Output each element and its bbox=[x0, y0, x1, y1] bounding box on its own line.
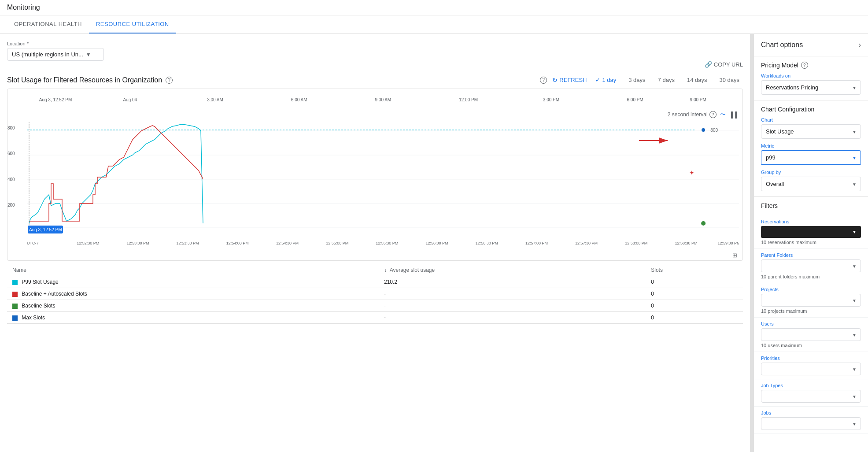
time-7days-button[interactable]: 7 days bbox=[654, 75, 678, 85]
jobs-select-wrapper bbox=[761, 417, 861, 430]
users-hint: 10 users maximum bbox=[761, 343, 861, 348]
interval-info-icon[interactable]: ? bbox=[709, 111, 717, 118]
location-section: Location * US (multiple regions in Un...… bbox=[7, 41, 104, 61]
jobs-filter: Jobs bbox=[754, 407, 868, 434]
time-30days-button[interactable]: 30 days bbox=[716, 75, 743, 85]
y-label-400: 400 bbox=[7, 177, 15, 182]
projects-filter: Projects 10 projects maximum bbox=[754, 283, 868, 318]
chart-controls-info-icon[interactable]: ? bbox=[540, 77, 547, 84]
refresh-button[interactable]: ↻ REFRESH bbox=[552, 77, 587, 84]
chart-top-controls: 2 second interval ? 〜 ▐▐ bbox=[7, 107, 742, 122]
svg-text:9:00 PM: 9:00 PM bbox=[690, 97, 706, 102]
col-slots: Slots bbox=[646, 264, 743, 276]
legend-color bbox=[12, 315, 18, 321]
legend-slots-cell: 0 bbox=[646, 300, 743, 312]
legend-slots-cell: 0 bbox=[646, 312, 743, 324]
users-select[interactable] bbox=[761, 328, 861, 341]
time-1day-button[interactable]: ✓ 1 day bbox=[592, 75, 620, 85]
priorities-filter: Priorities bbox=[754, 352, 868, 379]
left-content: Location * US (multiple regions in Un...… bbox=[0, 34, 750, 452]
priorities-label: Priorities bbox=[761, 356, 861, 361]
jobs-select[interactable] bbox=[761, 417, 861, 430]
location-chevron-icon: ▼ bbox=[86, 52, 91, 58]
chart-expand-area: ⊞ bbox=[7, 250, 742, 260]
svg-text:800: 800 bbox=[710, 128, 718, 133]
metric-select-wrapper: p99 p50 average bbox=[761, 150, 861, 165]
reservations-filter: Reservations ▓▓▓▓▓▓▓▓▓ ▼ 10 reservations… bbox=[754, 215, 868, 249]
svg-text:12:56:30 PM: 12:56:30 PM bbox=[476, 241, 498, 245]
svg-text:12:54:00 PM: 12:54:00 PM bbox=[226, 241, 249, 245]
main-chart[interactable]: 800 ✦ Aug 3, 12:52 PM bbox=[27, 122, 739, 237]
chart-title-text: Slot Usage for Filtered Resources in Org… bbox=[7, 76, 162, 84]
y-label-800: 800 bbox=[7, 126, 15, 130]
legend-row: Baseline Slots - 0 bbox=[7, 300, 743, 312]
parent-folders-select[interactable] bbox=[761, 259, 861, 272]
group-by-select-wrapper: Overall Reservation Project bbox=[761, 177, 861, 191]
checkmark-icon: ✓ bbox=[595, 77, 600, 83]
jobs-label: Jobs bbox=[761, 410, 861, 415]
svg-text:UTC-7: UTC-7 bbox=[27, 241, 39, 245]
chart-select[interactable]: Slot Usage bbox=[761, 124, 861, 139]
svg-text:12:58:30 PM: 12:58:30 PM bbox=[675, 241, 697, 245]
sidebar-collapse-icon[interactable]: › bbox=[859, 41, 861, 49]
right-sidebar: Chart options › Pricing Model ? Workload… bbox=[753, 34, 868, 452]
line-chart-toggle[interactable]: 〜 bbox=[720, 111, 726, 119]
pricing-model-section: Pricing Model ? Workloads on Reservation… bbox=[754, 56, 868, 100]
legend-color bbox=[12, 304, 18, 309]
time-3days-button[interactable]: 3 days bbox=[625, 75, 649, 85]
legend-name-text: Max Slots bbox=[22, 315, 45, 321]
chart-title-info-icon[interactable]: ? bbox=[166, 77, 173, 84]
chart-title-area: Slot Usage for Filtered Resources in Org… bbox=[7, 76, 173, 84]
chart-select-wrapper: Slot Usage bbox=[761, 124, 861, 139]
main-layout: Location * US (multiple regions in Un...… bbox=[0, 34, 868, 452]
parent-folders-hint: 10 parent folders maximum bbox=[761, 274, 861, 279]
svg-text:12:59:00 PM: 12:59:00 PM bbox=[717, 241, 739, 245]
reservations-select[interactable]: ▓▓▓▓▓▓▓▓▓ ▼ bbox=[761, 226, 861, 238]
col-avg-slot-usage[interactable]: ↓ Average slot usage bbox=[379, 264, 646, 276]
group-by-select[interactable]: Overall Reservation Project bbox=[761, 177, 861, 191]
legend-row: Baseline + Autoscaled Slots - 0 bbox=[7, 288, 743, 300]
users-label: Users bbox=[761, 321, 861, 326]
time-14days-button[interactable]: 14 days bbox=[683, 75, 711, 85]
legend-name-text: Baseline + Autoscaled Slots bbox=[22, 291, 87, 297]
projects-hint: 10 projects maximum bbox=[761, 308, 861, 314]
tab-operational[interactable]: OPERATIONAL HEALTH bbox=[7, 15, 89, 33]
pricing-model-info-icon[interactable]: ? bbox=[801, 62, 808, 69]
top-bar: Monitoring bbox=[0, 0, 868, 15]
priorities-select[interactable] bbox=[761, 363, 861, 375]
chart-container: Aug 3, 12:52 PM Aug 04 3:00 AM 6:00 AM 9… bbox=[7, 89, 743, 261]
svg-point-18 bbox=[701, 221, 705, 226]
resize-divider[interactable] bbox=[750, 34, 753, 452]
copy-url-button[interactable]: 🔗 COPY URL bbox=[705, 61, 743, 68]
legend-avg-cell: - bbox=[379, 288, 646, 300]
projects-label: Projects bbox=[761, 287, 861, 292]
legend-slots-cell: 0 bbox=[646, 276, 743, 288]
svg-text:12:54:30 PM: 12:54:30 PM bbox=[276, 241, 299, 245]
sidebar-header: Chart options › bbox=[754, 34, 868, 56]
projects-select-wrapper bbox=[761, 294, 861, 307]
app-title: Monitoring bbox=[7, 4, 40, 11]
metric-select[interactable]: p99 p50 average bbox=[761, 150, 861, 165]
legend-color bbox=[12, 292, 18, 297]
location-value: US (multiple regions in Un... bbox=[12, 51, 83, 58]
svg-text:12:58:00 PM: 12:58:00 PM bbox=[625, 241, 647, 245]
tab-resource-utilization[interactable]: RESOURCE UTILIZATION bbox=[89, 15, 176, 33]
bar-chart-toggle[interactable]: ▐▐ bbox=[729, 111, 737, 118]
priorities-select-wrapper bbox=[761, 363, 861, 375]
job-types-select-wrapper bbox=[761, 390, 861, 403]
filters-header: Filters bbox=[754, 197, 868, 215]
copy-url-label: COPY URL bbox=[714, 61, 743, 68]
workloads-select[interactable]: Reservations Pricing bbox=[761, 80, 861, 95]
projects-select[interactable] bbox=[761, 294, 861, 307]
svg-text:9:00 AM: 9:00 AM bbox=[375, 97, 392, 102]
location-select[interactable]: US (multiple regions in Un... ▼ bbox=[7, 48, 104, 61]
y-label-200: 200 bbox=[7, 203, 15, 207]
expand-icon[interactable]: ⊞ bbox=[732, 252, 737, 259]
svg-text:12:52:30 PM: 12:52:30 PM bbox=[77, 241, 99, 245]
job-types-select[interactable] bbox=[761, 390, 861, 403]
svg-text:6:00 AM: 6:00 AM bbox=[291, 97, 307, 102]
legend-avg-cell: - bbox=[379, 312, 646, 324]
svg-text:12:53:00 PM: 12:53:00 PM bbox=[126, 241, 149, 245]
legend-row: Max Slots - 0 bbox=[7, 312, 743, 324]
legend-avg-cell: - bbox=[379, 300, 646, 312]
